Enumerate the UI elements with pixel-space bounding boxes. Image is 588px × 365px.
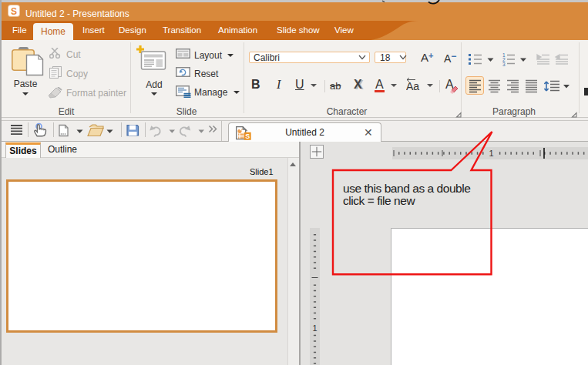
svg-text:3: 3 — [502, 62, 506, 66]
svg-text:S: S — [11, 6, 17, 17]
svg-text:1: 1 — [312, 323, 317, 333]
svg-text:Aa: Aa — [406, 80, 419, 92]
